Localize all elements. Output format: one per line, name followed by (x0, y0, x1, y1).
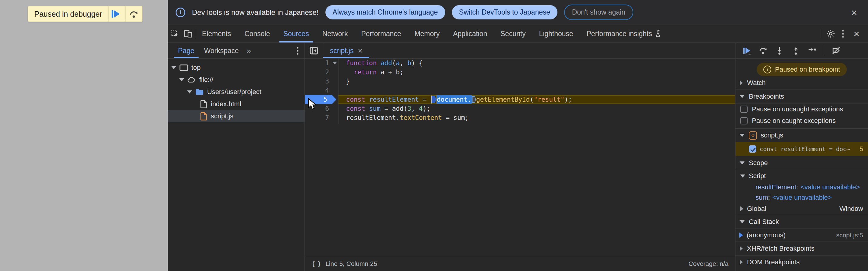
code-line[interactable]: const resultElement = document.getElemen… (338, 95, 572, 104)
code-line[interactable]: resultElement.textContent = sum; (338, 114, 469, 121)
tree-item-project-folder[interactable]: Users/user/project (168, 86, 305, 98)
code-line-row[interactable]: 4 (305, 86, 735, 95)
tab-close-icon[interactable]: × (358, 47, 363, 55)
editor-status-bar: { } Line 5, Column 25 Coverage: n/a (305, 256, 735, 271)
checkbox-unchecked[interactable] (740, 106, 748, 113)
scope-script-group[interactable]: Script (736, 170, 868, 182)
tab-lighthouse[interactable]: Lighthouse (532, 25, 580, 42)
code-line-row[interactable]: 3} (305, 77, 735, 86)
code-line-row[interactable]: 7resultElement.textContent = sum; (305, 113, 735, 122)
tab-application[interactable]: Application (446, 25, 494, 42)
line-number[interactable]: 3 (305, 77, 338, 86)
tab-page[interactable]: Page (173, 43, 199, 58)
source-editor: script.js × 1function add(a, b) {2 retur… (305, 43, 735, 271)
tab-security[interactable]: Security (494, 25, 532, 42)
step-button[interactable] (808, 46, 817, 55)
global-value: Window (839, 205, 868, 213)
expand-arrow-icon[interactable] (187, 90, 192, 93)
call-stack-frame[interactable]: (anonymous) script.js:5 (736, 229, 868, 242)
paused-in-debugger-overlay: Paused in debugger (28, 6, 143, 22)
folder-icon (195, 88, 204, 96)
inline-breakpoint-marker-active (432, 96, 436, 103)
section-call-stack[interactable]: Call Stack (736, 215, 868, 229)
fold-arrow-icon[interactable] (333, 62, 337, 65)
paused-overlay-label: Paused in debugger (28, 6, 108, 22)
always-match-language-button[interactable]: Always match Chrome's language (326, 5, 445, 20)
scope-variable-resultElement: resultElement:<value unavailable> (736, 182, 868, 192)
checkbox-checked[interactable] (749, 145, 756, 153)
more-tabs-icon[interactable]: » (244, 43, 254, 58)
more-options-icon[interactable] (841, 29, 845, 39)
devtools-close-icon[interactable]: × (850, 29, 863, 39)
step-out-button[interactable] (791, 46, 800, 55)
collapse-arrow-icon (740, 206, 743, 211)
settings-gear-icon[interactable] (826, 29, 836, 38)
pretty-print-icon[interactable]: { } (311, 260, 320, 267)
resume-script-button[interactable] (742, 46, 751, 55)
deactivate-breakpoints-button[interactable] (832, 46, 841, 55)
section-dom-breakpoints[interactable]: DOM Breakpoints (736, 255, 868, 269)
step-into-button[interactable] (775, 46, 784, 55)
collapse-arrow-icon (740, 81, 743, 85)
code-line-row[interactable]: 2 return a + b; (305, 68, 735, 77)
expand-arrow-icon[interactable] (179, 78, 184, 81)
overlay-resume-button[interactable] (108, 6, 125, 22)
debugger-toolbar (736, 43, 868, 59)
line-number[interactable]: 4 (305, 86, 338, 95)
inline-breakpoint-marker-inactive (472, 96, 476, 103)
tab-network[interactable]: Network (316, 25, 354, 42)
breakpoint-group-script-js[interactable]: ‹› script.js (736, 129, 868, 142)
code-line[interactable]: const sum = add(3, 4); (338, 105, 430, 112)
pause-caught-exceptions-row[interactable]: Pause on caught exceptions (736, 115, 868, 126)
tree-item-index-html[interactable]: index.html (168, 98, 305, 110)
code-area[interactable]: 1function add(a, b) {2 return a + b;3}45… (305, 59, 735, 256)
navigator-menu-icon[interactable] (296, 46, 300, 56)
expand-arrow-icon (740, 220, 745, 223)
checkbox-unchecked[interactable] (740, 117, 748, 124)
section-xhr-breakpoints[interactable]: XHR/fetch Breakpoints (736, 242, 868, 255)
tree-item-script-js[interactable]: script.js (168, 110, 305, 122)
line-number[interactable]: 6 (305, 104, 338, 113)
section-watch[interactable]: Watch (736, 76, 868, 90)
breakpoint-entry[interactable]: const resultElement = doc⋯ 5 (736, 142, 868, 156)
breakpoint-line-flag[interactable]: 5 (305, 95, 338, 104)
pause-uncaught-exceptions-row[interactable]: Pause on uncaught exceptions (736, 103, 868, 115)
tab-performance-insights[interactable]: Performance insights (580, 25, 669, 42)
editor-tab-script-js[interactable]: script.js × (323, 43, 369, 58)
device-toolbar-icon[interactable] (184, 29, 193, 38)
dont-show-again-button[interactable]: Don't show again (564, 5, 633, 20)
code-line-row[interactable]: 1function add(a, b) { (305, 59, 735, 68)
cloud-icon (187, 76, 196, 84)
tab-performance[interactable]: Performance (354, 25, 408, 42)
tab-memory[interactable]: Memory (408, 25, 446, 42)
tree-item-file-protocol[interactable]: file:// (168, 74, 305, 86)
section-breakpoints[interactable]: Breakpoints (736, 90, 868, 103)
file-icon (200, 99, 208, 109)
scope-global-group[interactable]: Global Window (736, 203, 868, 215)
tree-item-top[interactable]: top (168, 62, 305, 74)
collapse-arrow-icon (740, 246, 743, 251)
code-line[interactable]: } (338, 78, 350, 85)
tab-workspace[interactable]: Workspace (199, 43, 244, 58)
switch-to-japanese-button[interactable]: Switch DevTools to Japanese (452, 5, 557, 20)
tab-sources[interactable]: Sources (277, 25, 315, 42)
section-scope[interactable]: Scope (736, 156, 868, 170)
line-number[interactable]: 1 (305, 59, 338, 68)
notification-close-icon[interactable]: × (848, 7, 860, 18)
overlay-step-over-button[interactable] (125, 6, 142, 22)
frame-location: script.js:5 (836, 232, 868, 239)
code-line-row[interactable]: 5const resultElement = document.getEleme… (305, 95, 735, 104)
code-line-row[interactable]: 6const sum = add(3, 4); (305, 104, 735, 113)
line-number[interactable]: 7 (305, 113, 338, 122)
code-line[interactable]: return a + b; (338, 68, 404, 76)
current-frame-icon (739, 233, 743, 238)
hide-navigator-icon[interactable] (305, 43, 323, 58)
step-over-button[interactable] (758, 46, 768, 55)
line-number[interactable]: 2 (305, 68, 338, 77)
tab-console[interactable]: Console (238, 25, 277, 42)
expand-arrow-icon[interactable] (172, 66, 176, 69)
code-line[interactable]: function add(a, b) { (338, 59, 423, 67)
scope-variable-sum: sum:<value unavailable> (736, 192, 868, 203)
tab-elements[interactable]: Elements (195, 25, 238, 42)
inspect-icon[interactable] (170, 29, 179, 38)
